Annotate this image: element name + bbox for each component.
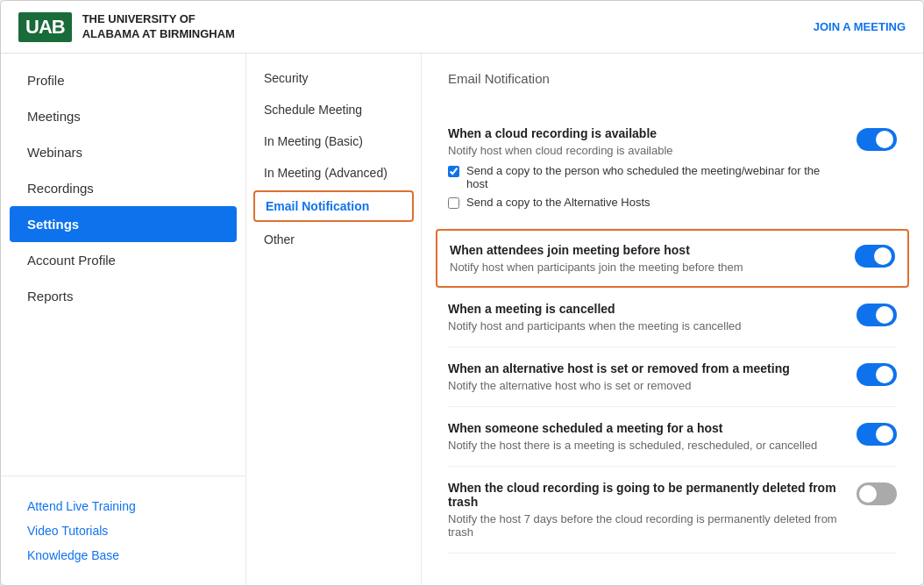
toggle-scheduled-for-host[interactable] (856, 423, 897, 446)
toggle-meeting-cancelled[interactable] (856, 304, 897, 326)
checkbox-copy-scheduler[interactable] (448, 166, 459, 177)
setting-info-alt-host-set: When an alternative host is set or remov… (448, 361, 856, 392)
checkbox-row-copy-alt-hosts: Send a copy to the Alternative Hosts (448, 196, 839, 209)
sidebar-item-reports[interactable]: Reports (1, 278, 245, 314)
toggle-cloud-deleted[interactable] (856, 482, 897, 505)
sidebar-item-settings[interactable]: Settings (10, 206, 237, 242)
sub-options-cloud-recording: Send a copy to the person who scheduled … (448, 164, 839, 209)
setting-title-meeting-cancelled: When a meeting is cancelled (448, 302, 839, 316)
toggle-alt-host-set[interactable] (856, 363, 897, 386)
setting-info-attendees-join: When attendees join meeting before hostN… (450, 243, 855, 274)
setting-title-attendees-join: When attendees join meeting before host (450, 243, 837, 257)
setting-info-cloud-deleted: When the cloud recording is going to be … (448, 481, 856, 539)
checkbox-copy-alt-hosts[interactable] (448, 197, 459, 209)
sidebar-item-profile[interactable]: Profile (1, 62, 245, 98)
mid-item-in-meeting-advanced[interactable]: In Meeting (Advanced) (246, 157, 421, 189)
logo-full-text: THE UNIVERSITY OF ALABAMA AT BIRMINGHAM (82, 12, 235, 42)
setting-row-alt-host-set: When an alternative host is set or remov… (448, 347, 897, 407)
sidebar-item-recordings[interactable]: Recordings (1, 170, 245, 206)
mid-item-other[interactable]: Other (246, 224, 421, 255)
sidebar-nav: ProfileMeetingsWebinarsRecordingsSetting… (1, 62, 245, 467)
setting-row-cloud-deleted: When the cloud recording is going to be … (448, 467, 897, 554)
sidebar-mid: SecuritySchedule MeetingIn Meeting (Basi… (246, 54, 422, 585)
checkbox-row-copy-scheduler: Send a copy to the person who scheduled … (448, 164, 839, 190)
setting-row-cloud-recording: When a cloud recording is availableNotif… (448, 112, 897, 229)
setting-desc-cloud-deleted: Notify the host 7 days before the cloud … (448, 512, 839, 539)
setting-desc-attendees-join: Notify host when participants join the m… (450, 261, 837, 274)
sidebar-link-knowledge-base[interactable]: Knowledge Base (18, 543, 228, 568)
setting-desc-meeting-cancelled: Notify host and participants when the me… (448, 319, 839, 332)
setting-title-alt-host-set: When an alternative host is set or remov… (448, 361, 839, 375)
setting-info-scheduled-for-host: When someone scheduled a meeting for a h… (448, 421, 856, 452)
join-meeting-button[interactable]: JOIN A MEETING (814, 20, 906, 33)
setting-row-scheduled-for-host: When someone scheduled a meeting for a h… (448, 407, 897, 467)
setting-desc-scheduled-for-host: Notify the host there is a meeting is sc… (448, 439, 839, 452)
setting-row-meeting-cancelled: When a meeting is cancelledNotify host a… (448, 288, 897, 347)
sidebar-left: ProfileMeetingsWebinarsRecordingsSetting… (1, 54, 246, 585)
setting-row-attendees-join: When attendees join meeting before hostN… (436, 229, 909, 288)
toggle-cloud-recording[interactable] (856, 128, 897, 151)
toggle-attendees-join[interactable] (855, 245, 895, 268)
checkbox-label-copy-alt-hosts: Send a copy to the Alternative Hosts (466, 196, 650, 209)
sidebar-links: Attend Live TrainingVideo TutorialsKnowl… (1, 475, 245, 576)
content-area: Email Notification When a cloud recordin… (422, 54, 923, 585)
sidebar-item-meetings[interactable]: Meetings (1, 98, 245, 134)
mid-item-email-notification[interactable]: Email Notification (253, 190, 414, 222)
section-title: Email Notification (448, 71, 897, 95)
checkbox-label-copy-scheduler: Send a copy to the person who scheduled … (466, 164, 839, 190)
setting-info-cloud-recording: When a cloud recording is availableNotif… (448, 126, 856, 214)
mid-item-in-meeting-basic[interactable]: In Meeting (Basic) (246, 125, 421, 157)
settings-list: When a cloud recording is availableNotif… (448, 112, 897, 554)
sidebar-item-account-profile[interactable]: Account Profile (1, 242, 245, 278)
mid-item-schedule-meeting[interactable]: Schedule Meeting (246, 94, 421, 125)
logo-abbreviation: UAB (18, 12, 72, 42)
sidebar-item-webinars[interactable]: Webinars (1, 134, 245, 170)
setting-desc-alt-host-set: Notify the alternative host who is set o… (448, 379, 839, 392)
setting-info-meeting-cancelled: When a meeting is cancelledNotify host a… (448, 302, 856, 332)
sidebar-link-video-tutorials[interactable]: Video Tutorials (18, 518, 228, 543)
setting-title-cloud-recording: When a cloud recording is available (448, 126, 839, 140)
setting-title-scheduled-for-host: When someone scheduled a meeting for a h… (448, 421, 839, 435)
setting-title-cloud-deleted: When the cloud recording is going to be … (448, 481, 839, 509)
setting-desc-cloud-recording: Notify host when cloud recording is avai… (448, 144, 839, 157)
mid-item-security[interactable]: Security (246, 62, 421, 94)
sidebar-link-attend-live[interactable]: Attend Live Training (18, 494, 228, 518)
logo: UAB THE UNIVERSITY OF ALABAMA AT BIRMING… (18, 12, 235, 42)
